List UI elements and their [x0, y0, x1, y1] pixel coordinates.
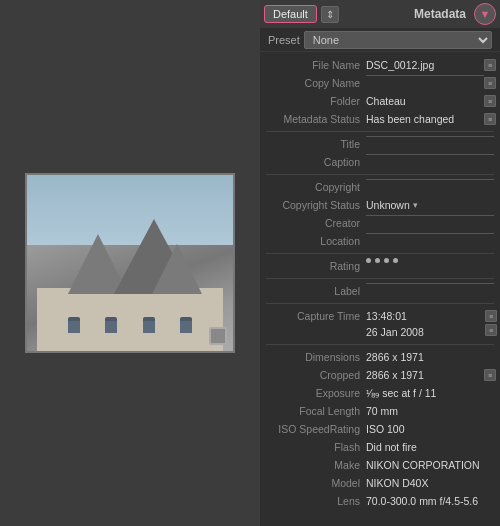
exposure-label: Exposure — [266, 385, 366, 401]
creator-row: Creator — [260, 214, 500, 232]
copyright-row: Copyright — [260, 178, 500, 196]
focal-length-row: Focal Length 70 mm — [260, 402, 500, 420]
copyright-dropdown-icon[interactable]: ▾ — [413, 197, 418, 213]
divider-2 — [266, 174, 494, 175]
label-row: Label — [260, 282, 500, 300]
file-name-value: DSC_0012.jpg — [366, 57, 484, 73]
creator-label: Creator — [266, 215, 366, 231]
creator-value[interactable] — [366, 215, 494, 216]
metadata-status-row: Metadata Status Has been changed ≡ — [260, 110, 500, 128]
windows — [58, 317, 202, 340]
copyright-status-content: Unknown ▾ — [366, 197, 418, 213]
rating-dot-1 — [366, 258, 371, 263]
folder-label: Folder — [266, 93, 366, 109]
metadata-status-value: Has been changed — [366, 111, 484, 127]
rating-dots[interactable] — [366, 258, 398, 263]
window-4 — [180, 317, 192, 333]
default-button[interactable]: Default — [264, 5, 317, 23]
copyright-status-text: Unknown — [366, 197, 410, 213]
cropped-icon[interactable]: ≡ — [484, 369, 496, 381]
dimensions-row: Dimensions 2866 x 1971 — [260, 348, 500, 366]
capture-time-icon-2[interactable]: ≡ — [485, 324, 497, 336]
flash-value: Did not fire — [366, 439, 494, 455]
title-label: Title — [266, 136, 366, 152]
flash-label: Flash — [266, 439, 366, 455]
caption-row: Caption — [260, 153, 500, 171]
model-row: Model NIKON D40X — [260, 474, 500, 492]
caption-value[interactable] — [366, 154, 494, 155]
rating-dot-2 — [375, 258, 380, 263]
capture-time-value: 13:48:01 — [366, 308, 484, 324]
capture-time-icon-1[interactable]: ≡ — [485, 310, 497, 322]
file-name-icon[interactable]: ≡ — [484, 59, 496, 71]
left-panel — [0, 0, 260, 526]
file-name-label: File Name — [266, 57, 366, 73]
folder-row: Folder Chateau ≡ — [260, 92, 500, 110]
top-bar: Default ⇕ Metadata ▼ — [260, 0, 500, 28]
capture-time-label: Capture Time — [266, 308, 366, 324]
focal-length-label: Focal Length — [266, 403, 366, 419]
photo-content — [27, 175, 233, 351]
photo-thumbnail — [25, 173, 235, 353]
rating-dot-4 — [393, 258, 398, 263]
copyright-label: Copyright — [266, 179, 366, 195]
dimensions-label: Dimensions — [266, 349, 366, 365]
make-value: NIKON CORPORATION — [366, 457, 494, 473]
copy-name-row: Copy Name ≡ — [260, 74, 500, 92]
divider-1 — [266, 131, 494, 132]
exposure-row: Exposure ¹⁄₈₉ sec at f / 11 — [260, 384, 500, 402]
goto-icon: ▼ — [480, 8, 491, 20]
model-value: NIKON D40X — [366, 475, 494, 491]
copyright-value[interactable] — [366, 179, 494, 180]
capture-time-row: Capture Time 13:48:01 26 Jan 2008 ≡ ≡ — [260, 307, 500, 341]
iso-row: ISO SpeedRating ISO 100 — [260, 420, 500, 438]
lens-label: Lens — [266, 493, 366, 509]
rating-dot-3 — [384, 258, 389, 263]
location-value[interactable] — [366, 233, 494, 234]
make-row: Make NIKON CORPORATION — [260, 456, 500, 474]
dimensions-value: 2866 x 1971 — [366, 349, 484, 365]
model-label: Model — [266, 475, 366, 491]
window-3 — [143, 317, 155, 333]
title-row: Title — [260, 135, 500, 153]
location-row: Location — [260, 232, 500, 250]
cropped-value: 2866 x 1971 — [366, 367, 484, 383]
make-label: Make — [266, 457, 366, 473]
lens-row: Lens 70.0-300.0 mm f/4.5-5.6 — [260, 492, 500, 510]
flash-row: Flash Did not fire — [260, 438, 500, 456]
divider-5 — [266, 303, 494, 304]
preset-select[interactable]: None — [304, 31, 492, 49]
iso-label: ISO SpeedRating — [266, 421, 366, 437]
copy-name-icon[interactable]: ≡ — [484, 77, 496, 89]
roof-right — [152, 244, 202, 294]
copyright-status-label: Copyright Status — [266, 197, 366, 213]
title-value[interactable] — [366, 136, 494, 137]
metadata-status-label: Metadata Status — [266, 111, 366, 127]
preset-label: Preset — [268, 34, 300, 46]
cropped-label: Cropped — [266, 367, 366, 383]
metadata-content: File Name DSC_0012.jpg ≡ Copy Name ≡ Fol… — [260, 52, 500, 526]
divider-4 — [266, 278, 494, 279]
cropped-row: Cropped 2866 x 1971 ≡ — [260, 366, 500, 384]
rating-row: Rating — [260, 257, 500, 275]
arrows-button[interactable]: ⇕ — [321, 6, 339, 23]
metadata-title: Metadata — [343, 7, 470, 21]
iso-value: ISO 100 — [366, 421, 494, 437]
image-badge — [209, 327, 227, 345]
folder-icon[interactable]: ≡ — [484, 95, 496, 107]
label-value[interactable] — [366, 283, 494, 284]
caption-label: Caption — [266, 154, 366, 170]
file-name-row: File Name DSC_0012.jpg ≡ — [260, 56, 500, 74]
copyright-status-value: Unknown ▾ — [366, 197, 494, 213]
divider-6 — [266, 344, 494, 345]
goto-button[interactable]: ▼ — [474, 3, 496, 25]
focal-length-value: 70 mm — [366, 403, 494, 419]
divider-3 — [266, 253, 494, 254]
copy-name-label: Copy Name — [266, 75, 366, 91]
lens-value: 70.0-300.0 mm f/4.5-5.6 — [366, 493, 494, 509]
rating-label: Rating — [266, 258, 366, 274]
metadata-status-icon[interactable]: ≡ — [484, 113, 496, 125]
label-label: Label — [266, 283, 366, 299]
preset-row: Preset None — [260, 28, 500, 52]
copy-name-value[interactable] — [366, 75, 484, 76]
